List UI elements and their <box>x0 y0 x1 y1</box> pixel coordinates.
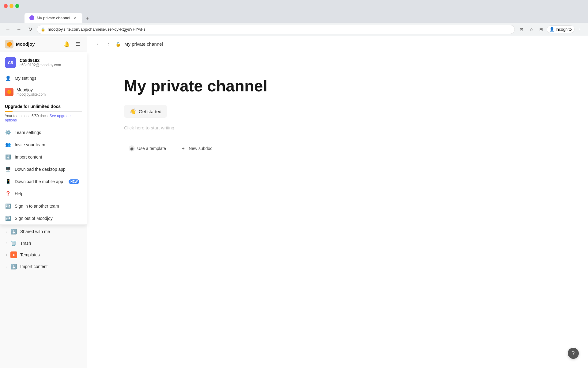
bookmark-button[interactable]: ☆ <box>527 25 536 34</box>
profile-icon: 👤 <box>549 27 554 32</box>
new-subdoc-button[interactable]: ＋ New subdoc <box>175 143 217 154</box>
action-buttons: ◉ Use a template ＋ New subdoc <box>124 143 551 154</box>
sign-out-label: Sign out of Moodjoy <box>15 216 53 221</box>
traffic-lights <box>4 4 19 8</box>
next-page-button[interactable]: › <box>104 40 113 48</box>
sign-in-team-label: Sign in to another team <box>15 204 59 209</box>
header-icons: 🔔 ☰ <box>62 40 82 48</box>
sidebar-item-trash[interactable]: › 🗑️ Trash <box>1 237 86 249</box>
user-avatar: C5 <box>5 57 16 68</box>
sidebar-nav: › 👤 Add people › ⬇️ Shared with me › 🗑️ … <box>0 212 87 368</box>
shared-with-me-label: Shared with me <box>20 229 81 234</box>
sidebar-item-templates[interactable]: › ● Templates <box>1 249 86 261</box>
wave-emoji: 👋 <box>130 108 136 115</box>
trash-icon: 🗑️ <box>10 240 17 247</box>
notifications-button[interactable]: 🔔 <box>62 40 71 48</box>
upgrade-desc: Your team used 5/50 docs. See upgrade op… <box>5 114 82 122</box>
import-content-item[interactable]: ⬇️ Import content <box>0 151 87 163</box>
help-icon: ❓ <box>5 191 11 197</box>
write-placeholder[interactable]: Click here to start writing <box>124 125 551 130</box>
new-tab-button[interactable]: + <box>83 14 92 23</box>
app-layout: 🟠 Moodjoy 🔔 ☰ C5 C58d9192 c58d9192@moodj… <box>0 36 588 368</box>
upgrade-progress-fill <box>5 111 13 112</box>
user-email: c58d9192@moodjoy.com <box>20 63 82 67</box>
content-header: ‹ › 🔒 My private channel <box>87 36 588 52</box>
get-started-button[interactable]: 👋 Get started <box>124 105 167 118</box>
menu-button[interactable]: ⋮ <box>576 25 584 34</box>
back-button[interactable]: ← <box>4 25 12 34</box>
chevron-icon: › <box>6 253 7 257</box>
title-bar <box>0 0 588 12</box>
reload-button[interactable]: ↻ <box>26 25 34 34</box>
mobile-app-item[interactable]: 📱 Download the mobile app NEW <box>0 175 87 188</box>
workspace-avatar: 🟠 <box>5 40 13 48</box>
sidebar-item-shared-with-me[interactable]: › ⬇️ Shared with me <box>1 226 86 237</box>
tab-close-button[interactable]: ✕ <box>73 15 77 20</box>
workspace-details: Moodjoy moodjoy.slite.com <box>17 87 46 97</box>
signout-icon: ↩️ <box>5 215 11 221</box>
chevron-icon: › <box>6 229 7 234</box>
workspace-row: 🟠 Moodjoy moodjoy.slite.com <box>0 84 87 100</box>
use-template-button[interactable]: ◉ Use a template <box>124 143 171 154</box>
forward-button[interactable]: → <box>15 25 23 34</box>
ssl-icon: 🔒 <box>41 27 45 32</box>
breadcrumb-lock-icon: 🔒 <box>115 42 121 47</box>
desktop-app-item[interactable]: 🖥️ Download the desktop app <box>0 163 87 175</box>
nav-bar: ← → ↻ 🔒 moodjoy.slite.com/app/channels/u… <box>0 23 588 36</box>
import-content-nav-label: Import content <box>20 264 81 269</box>
content-body[interactable]: My private channel 👋 Get started Click h… <box>87 52 588 368</box>
gear-icon: ⚙️ <box>5 129 11 136</box>
chevron-icon: › <box>6 264 7 269</box>
import-icon: ⬇️ <box>5 154 11 160</box>
trash-label: Trash <box>20 241 81 246</box>
sign-out-item[interactable]: ↩️ Sign out of Moodjoy <box>0 212 87 224</box>
user-dropdown: C5 C58d9192 c58d9192@moodjoy.com 👤 My se… <box>0 52 87 225</box>
profile-button[interactable]: 👤 Incognito <box>547 25 575 33</box>
help-item[interactable]: ❓ Help <box>0 188 87 200</box>
import-nav-icon: ⬇️ <box>10 263 17 270</box>
active-tab[interactable]: My private channel ✕ <box>24 13 82 23</box>
cast-button[interactable]: ⊡ <box>517 25 526 34</box>
chevron-icon: › <box>6 241 7 245</box>
team-settings-item[interactable]: ⚙️ Team settings <box>0 126 87 139</box>
tabs-bar: My private channel ✕ + <box>0 12 588 23</box>
invite-team-item[interactable]: 👥 Invite your team <box>0 139 87 151</box>
upgrade-title: Upgrade for unlimited docs <box>5 104 82 109</box>
sidebar-item-import-content[interactable]: › ⬇️ Import content <box>1 261 86 272</box>
address-bar[interactable]: 🔒 moodjoy.slite.com/app/channels/user-qy… <box>37 25 515 34</box>
person-icon: 👤 <box>5 75 11 81</box>
new-badge: NEW <box>69 179 79 184</box>
upgrade-section: Upgrade for unlimited docs Your team use… <box>0 100 87 126</box>
workspace-avatar-sm: 🟠 <box>5 88 13 96</box>
help-fab-button[interactable]: ? <box>568 348 579 359</box>
workspace-domain: moodjoy.slite.com <box>17 92 46 97</box>
sign-in-team-item[interactable]: 🔄 Sign in to another team <box>0 200 87 212</box>
maximize-window-button[interactable] <box>15 4 19 8</box>
main-content: ‹ › 🔒 My private channel My private chan… <box>87 36 588 368</box>
dropdown-user-header: C5 C58d9192 c58d9192@moodjoy.com <box>0 52 87 72</box>
invite-team-label: Invite your team <box>15 142 45 147</box>
mobile-icon: 📱 <box>5 178 11 185</box>
sidebar-header: 🟠 Moodjoy 🔔 ☰ <box>0 36 87 52</box>
mobile-app-label: Download the mobile app <box>15 179 63 184</box>
upgrade-progress-bar <box>5 111 82 112</box>
user-info: C58d9192 c58d9192@moodjoy.com <box>20 58 82 67</box>
nav-actions: ⊡ ☆ ⊞ 👤 Incognito ⋮ <box>517 25 584 34</box>
new-subdoc-label: New subdoc <box>189 146 212 151</box>
user-name: C58d9192 <box>20 58 82 63</box>
tab-title: My private channel <box>37 16 70 20</box>
help-label: Help <box>15 191 24 196</box>
extension-button[interactable]: ⊞ <box>537 25 545 34</box>
desktop-app-label: Download the desktop app <box>15 167 66 172</box>
plus-icon: ＋ <box>180 145 186 151</box>
templates-label: Templates <box>20 252 81 257</box>
sidebar: 🟠 Moodjoy 🔔 ☰ C5 C58d9192 c58d9192@moodj… <box>0 36 87 368</box>
collapse-sidebar-button[interactable]: ☰ <box>74 40 82 48</box>
my-settings-label: My settings <box>15 76 36 81</box>
get-started-label: Get started <box>139 109 161 114</box>
prev-page-button[interactable]: ‹ <box>93 40 102 48</box>
workspace-img-icon: 🟠 <box>5 88 13 96</box>
minimize-window-button[interactable] <box>9 4 13 8</box>
close-window-button[interactable] <box>4 4 8 8</box>
my-settings-item[interactable]: 👤 My settings <box>0 72 87 84</box>
